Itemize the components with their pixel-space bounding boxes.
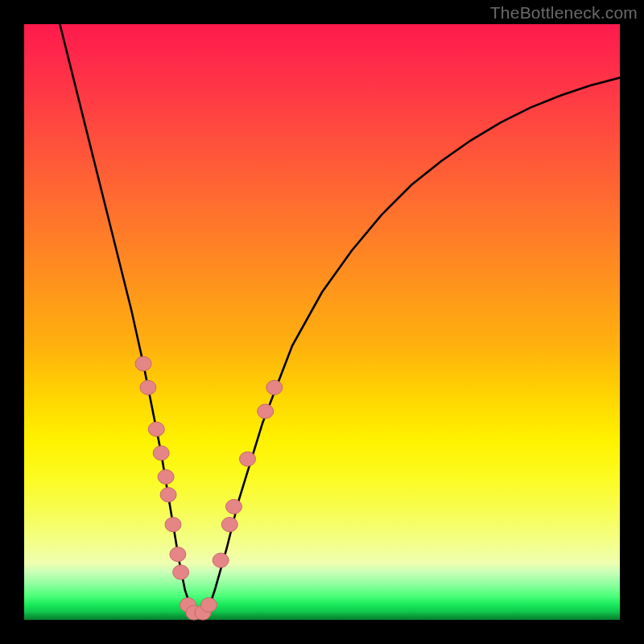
curve-marker xyxy=(225,499,242,514)
bottleneck-curve-path xyxy=(60,24,620,614)
curve-marker xyxy=(258,404,274,419)
curve-marker xyxy=(160,488,176,502)
watermark-text: TheBottleneck.com xyxy=(490,3,638,23)
curve-marker xyxy=(213,553,229,568)
curve-marker xyxy=(148,422,164,436)
curve-marker xyxy=(153,446,169,460)
curve-marker xyxy=(140,380,156,394)
curve-marker xyxy=(165,518,181,532)
curve-marker xyxy=(200,598,217,613)
curve-marker xyxy=(158,469,174,484)
curve-marker xyxy=(170,547,186,562)
curve-marker xyxy=(173,565,189,580)
curve-markers xyxy=(135,357,283,620)
bottleneck-curve-svg xyxy=(24,24,620,620)
curve-marker xyxy=(266,380,283,394)
curve-marker xyxy=(135,357,151,371)
curve-marker xyxy=(240,452,256,466)
curve-marker xyxy=(221,518,237,532)
